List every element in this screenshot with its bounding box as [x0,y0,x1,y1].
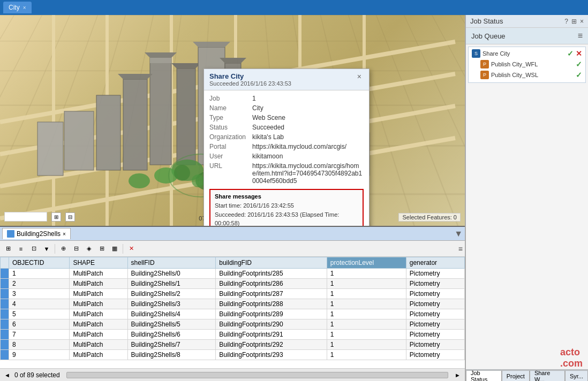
toolbar-table-btn[interactable]: ▦ [109,243,120,255]
city-tab-label: City [9,4,20,11]
toolbar-select-btn[interactable]: ⊟ [70,243,82,255]
info-row-portal: Portal https://kikita.mycloud.com/arcgis… [209,142,364,151]
toolbar-delete-btn[interactable]: ✕ [125,243,137,255]
share-city-job-label: Share City [483,50,565,57]
cell-buildingfid: BuildingFootprints/291 [216,330,327,340]
scale-input[interactable]: 1,166 m [4,212,47,222]
tab-share-w[interactable]: Share W... [530,370,565,381]
close-icon[interactable]: × [580,18,584,25]
svg-rect-11 [150,58,171,63]
col-shape[interactable]: SHAPE [70,257,127,269]
cell-protlevel: 1 [327,340,406,350]
row-indicator [1,319,9,330]
svg-rect-17 [123,79,147,170]
title-bar: City × [0,0,588,15]
info-row-user: User kikitamoon [209,151,364,161]
row-indicator [1,340,9,350]
data-table-container[interactable]: OBJECTID SHAPE shellFID buildingFID prot… [0,257,465,368]
cell-protlevel: 1 [327,350,406,360]
job-queue-menu-btn[interactable]: ≡ [578,31,583,41]
toolbar-overflow-btn[interactable]: ≡ [458,245,463,253]
cell-generator: Pictometry [406,299,464,309]
info-row-status: Status Succeeded [209,123,364,132]
info-row-url: URL https://kikita.mycloud.com/arcgis/ho… [209,161,364,186]
cell-shape: MultiPatch [70,269,127,279]
col-buildingfid[interactable]: buildingFID [216,257,327,269]
map-layers-btn[interactable]: ⊟ [65,212,75,222]
toolbar-list-btn[interactable]: ≡ [15,243,27,255]
city-tab[interactable]: City × [3,2,32,13]
cell-shape: MultiPatch [70,289,127,299]
svg-marker-16 [193,42,230,47]
cell-shape: MultiPatch [70,299,127,309]
toolbar-grid-btn[interactable]: ⊞ [2,243,14,255]
toolbar-zoom-btn[interactable]: ⊕ [57,243,69,255]
toolbar-dropdown-btn[interactable]: ▼ [41,243,52,255]
row-indicator [1,330,9,340]
info-value-portal: https://kikita.mycloud.com/arcgis/ [252,143,346,150]
tab-project[interactable]: Project [502,370,530,381]
pin-icon[interactable]: ⊞ [571,18,577,25]
cell-objectid: 2 [9,279,70,289]
table-row: 9 MultiPatch Building2Shells/8 BuildingF… [1,350,465,360]
cell-protlevel: 1 [327,289,406,299]
publish-wfl-check: ✓ [576,60,582,68]
cell-shape: MultiPatch [70,330,127,340]
share-popup-title: Share City [209,72,291,80]
job-queue-title: Job Queue [471,32,506,40]
table-tab-close[interactable]: × [63,231,66,237]
row-indicator [1,299,9,309]
building2shells-tab[interactable]: Building2Shells × [2,228,71,239]
cell-protlevel: 1 [327,269,406,279]
col-shellfid[interactable]: shellFID [127,257,216,269]
cell-protlevel: 1 [327,319,406,330]
share-city-job[interactable]: S Share City ✓ ✕ P Publish City_WFL ✓ [468,47,586,83]
selected-features-badge: Selected Features: 0 [398,213,461,222]
map-zoom-btn[interactable]: ⊞ [51,212,61,222]
cell-shellfid: Building2Shells/5 [127,319,216,330]
publish-wsl-icon: P [480,71,489,79]
cell-shape: MultiPatch [70,340,127,350]
svg-point-37 [174,165,190,181]
footer-scrollbar[interactable] [66,372,448,378]
svg-point-32 [154,167,178,184]
toolbar-filter-btn[interactable]: ⊡ [28,243,40,255]
share-city-job-icon: S [472,49,480,58]
info-label-portal: Portal [209,143,252,150]
share-messages-end: Succeeded: 2016/1/16 23:43:53 (Elapsed T… [215,210,358,226]
map-view[interactable]: 1,166 m ⊞ ⊟ 075.18W 39.94N 13.16 m Selec… [0,15,465,226]
svg-marker-14 [171,63,201,68]
share-popup-close[interactable]: × [355,72,364,81]
toolbar-flash-btn[interactable]: ◈ [83,243,95,255]
cell-objectid: 5 [9,309,70,319]
tab-syr[interactable]: Syr... [565,370,588,381]
share-messages-start: Start time: 2016/1/16 23:42:55 [215,201,358,210]
table-row: 2 MultiPatch Building2Shells/1 BuildingF… [1,279,465,289]
city-tab-close[interactable]: × [23,5,26,11]
col-generator[interactable]: generator [406,257,464,269]
col-protectionlevel[interactable]: protectionLevel [327,257,406,269]
col-objectid[interactable]: OBJECTID [9,257,70,269]
row-indicator [1,269,9,279]
footer-right-btn[interactable]: ► [455,372,461,378]
table-row: 6 MultiPatch Building2Shells/5 BuildingF… [1,319,465,330]
cell-protlevel: 1 [327,330,406,340]
cell-generator: Pictometry [406,330,464,340]
cell-objectid: 7 [9,330,70,340]
col-indicator [1,257,9,269]
toolbar-copy-btn[interactable]: ⊞ [96,243,108,255]
info-row-job: Job 1 [209,94,364,103]
footer-left-btn[interactable]: ◄ [4,372,10,378]
help-icon[interactable]: ? [564,18,568,25]
cell-shellfid: Building2Shells/7 [127,340,216,350]
cell-objectid: 1 [9,269,70,279]
svg-rect-29 [37,122,63,176]
publish-wfl-icon: P [480,60,489,68]
table-tab-menu-btn[interactable]: ▼ [454,229,463,239]
svg-rect-13 [177,68,195,165]
info-label-name: Name [209,104,252,112]
table-row: 7 MultiPatch Building2Shells/6 BuildingF… [1,330,465,340]
share-popup-header: Share City Succeeded 2016/1/16 23:43:53 … [204,69,369,90]
svg-marker-18 [118,74,153,79]
tab-job-status[interactable]: Job Status [466,370,502,381]
